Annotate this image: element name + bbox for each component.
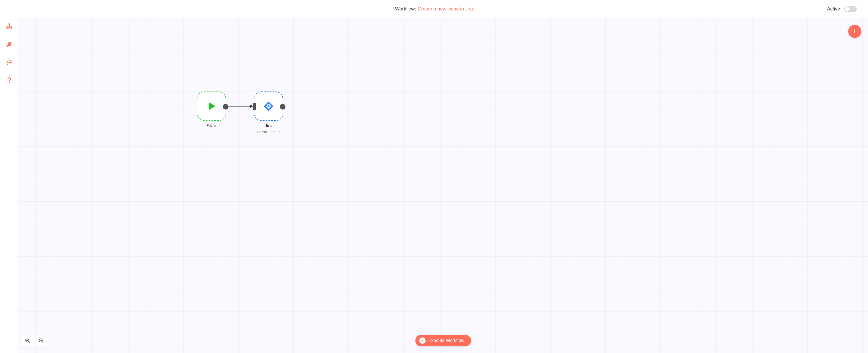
- zoom-in-icon: [25, 338, 31, 344]
- toggle-knob: [845, 6, 850, 11]
- canvas-grid: [18, 18, 868, 353]
- key-icon: [6, 41, 12, 47]
- zoom-out-icon: [38, 338, 44, 344]
- execute-workflow-button[interactable]: Execute Workflow: [415, 335, 471, 346]
- sidebar-item-workflows[interactable]: [5, 22, 13, 30]
- sidebar-item-help[interactable]: [5, 76, 13, 85]
- workflow-name[interactable]: Create a new issue in Jira: [417, 6, 473, 12]
- node-jira-output-port[interactable]: [280, 104, 285, 110]
- workflow-title: Workflow: Create a new issue in Jira: [395, 6, 473, 12]
- svg-rect-7: [8, 27, 10, 29]
- sidebar-item-credentials[interactable]: [5, 40, 13, 49]
- add-node-button[interactable]: +: [848, 25, 861, 38]
- sidebar: [0, 18, 18, 353]
- canvas[interactable]: Start Jira create: issue +: [18, 18, 868, 353]
- active-label: Active:: [827, 6, 841, 12]
- execute-button-label: Execute Workflow: [428, 338, 465, 343]
- checklist-icon: [6, 60, 12, 65]
- play-icon: [207, 101, 217, 111]
- node-jira-subtitle: create: issue: [257, 129, 280, 134]
- sidebar-item-executions[interactable]: [5, 58, 13, 67]
- sitemap-icon: [6, 23, 12, 29]
- node-jira[interactable]: Jira create: issue: [254, 91, 283, 121]
- svg-rect-5: [8, 24, 10, 25]
- node-start-label: Start: [207, 123, 217, 129]
- active-toggle[interactable]: [844, 6, 857, 12]
- plus-icon: +: [852, 27, 857, 35]
- node-jira-input-port[interactable]: [253, 104, 256, 110]
- workflow-label: Workflow:: [395, 6, 416, 12]
- svg-rect-8: [10, 27, 12, 29]
- jira-icon: [263, 101, 274, 112]
- header: Workflow: Create a new issue in Jira Act…: [0, 0, 868, 18]
- play-circle-icon: [419, 337, 426, 344]
- svg-rect-6: [6, 27, 8, 29]
- zoom-in-button[interactable]: [22, 335, 33, 346]
- node-jira-label: Jira: [265, 123, 272, 129]
- node-start-output-port[interactable]: [223, 104, 228, 110]
- zoom-controls: [22, 335, 46, 346]
- question-icon: [7, 78, 11, 84]
- node-start[interactable]: Start: [197, 91, 226, 121]
- zoom-out-button[interactable]: [36, 335, 46, 346]
